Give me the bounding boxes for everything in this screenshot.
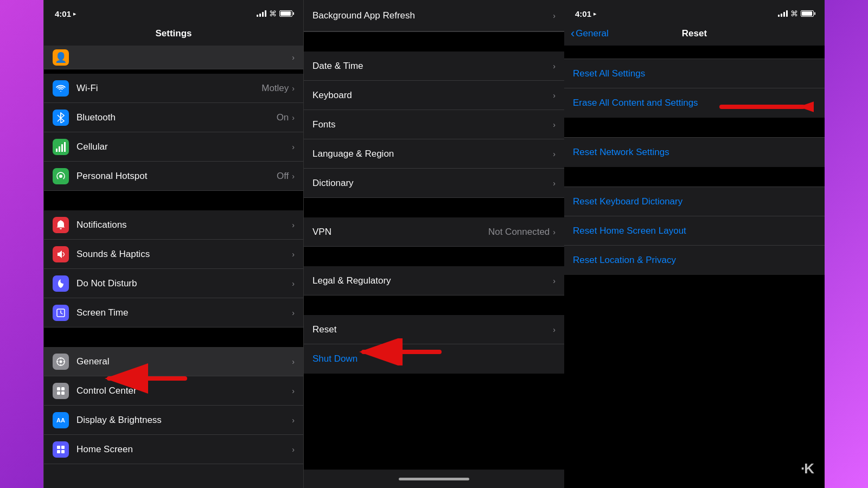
- signal-bar-3c: [783, 12, 785, 17]
- general-label: General: [76, 356, 109, 367]
- vpn-right: Not Connected ›: [488, 227, 556, 237]
- time-container-3: 4:01 ▸: [575, 9, 597, 18]
- screentime-svg: [56, 308, 66, 318]
- bottom-fill: [304, 374, 564, 470]
- notifications-chevron: ›: [292, 221, 295, 229]
- reset-title: Reset: [682, 28, 707, 39]
- divider-p2-1: [304, 32, 564, 52]
- settings-item-reset[interactable]: Reset ›: [304, 315, 564, 344]
- settings-item-display[interactable]: AA Display & Brightness ›: [44, 406, 303, 435]
- settings-item-datetime[interactable]: Date & Time ›: [304, 52, 564, 81]
- reset-list: Reset All Settings Erase All Content and…: [564, 46, 825, 488]
- language-content: Language & Region ›: [312, 149, 556, 159]
- status-bar-1: 4:01 ▸ ⌘: [44, 0, 303, 24]
- settings-item-notifications[interactable]: Notifications ›: [44, 210, 303, 240]
- settings-item-donotdisturb[interactable]: Do Not Disturb ›: [44, 269, 303, 298]
- bluetooth-value: On: [277, 112, 289, 123]
- reset-item-location[interactable]: Reset Location & Privacy: [564, 246, 825, 275]
- section-vpn: VPN Not Connected ›: [304, 217, 564, 247]
- signal-bar-1: [257, 15, 258, 17]
- wifi-icon: [53, 80, 69, 97]
- status-bar-3: 4:01 ▸ ⌘: [564, 0, 825, 24]
- panel-settings: 4:01 ▸ ⌘ Settings 👤 ›: [43, 0, 304, 488]
- battery-3: [801, 10, 814, 17]
- battery-fill-1: [280, 11, 291, 16]
- sounds-label: Sounds & Haptics: [76, 249, 150, 260]
- settings-item-controlcenter[interactable]: Control Center ›: [44, 376, 303, 406]
- hotspot-right: Off ›: [277, 171, 295, 182]
- location-icon-1: ▸: [73, 10, 76, 17]
- reset-item-keyboard[interactable]: Reset Keyboard Dictionary: [564, 187, 825, 216]
- signal-bar-4: [265, 10, 266, 17]
- svg-rect-13: [57, 446, 60, 449]
- panel-reset: 4:01 ▸ ⌘ ‹ General Reset: [564, 0, 825, 488]
- signal-bar-3b: [781, 14, 782, 17]
- fonts-label: Fonts: [312, 119, 336, 130]
- reset-header: ‹ General Reset: [564, 24, 825, 46]
- settings-item-legal[interactable]: Legal & Regulatory ›: [304, 266, 564, 296]
- allsettings-label: Reset All Settings: [573, 68, 645, 79]
- svg-rect-14: [61, 446, 65, 449]
- general-svg: [56, 357, 66, 367]
- hotspot-label: Personal Hotspot: [76, 171, 147, 182]
- reset-item-homescreen[interactable]: Reset Home Screen Layout: [564, 216, 825, 246]
- wifi-right: Motley ›: [261, 83, 295, 94]
- settings-item-backgroundapprefresh[interactable]: Background App Refresh ›: [304, 0, 564, 31]
- bluetooth-label: Bluetooth: [76, 112, 116, 123]
- hotspot-content: Personal Hotspot Off ›: [76, 171, 295, 182]
- wifi-chevron: ›: [292, 84, 295, 93]
- reset-label: Reset: [312, 324, 336, 335]
- settings-item-general[interactable]: General ›: [44, 347, 303, 376]
- sounds-svg: [56, 249, 66, 259]
- settings-list-1: Wi-Fi Motley › Bluetooth: [44, 69, 303, 488]
- settings-header: Settings: [44, 24, 303, 46]
- section-legal: Legal & Regulatory ›: [304, 266, 564, 296]
- sounds-content: Sounds & Haptics ›: [76, 249, 295, 260]
- settings-item-keyboard[interactable]: Keyboard ›: [304, 81, 564, 110]
- cellular-chevron: ›: [292, 143, 295, 151]
- screentime-label: Screen Time: [76, 307, 128, 318]
- keyboard-content: Keyboard ›: [312, 90, 556, 101]
- controlcenter-content: Control Center ›: [76, 386, 295, 396]
- reset-item-allsettings[interactable]: Reset All Settings: [564, 59, 825, 88]
- homescreen-svg: [56, 445, 66, 454]
- screentime-icon: [53, 305, 69, 321]
- settings-item-hotspot[interactable]: Personal Hotspot Off ›: [44, 162, 303, 191]
- settings-item-homescreen[interactable]: Home Screen ›: [44, 435, 303, 464]
- shutdown-label: Shut Down: [312, 354, 358, 364]
- hotspot-value: Off: [277, 171, 289, 182]
- settings-item-bluetooth[interactable]: Bluetooth On ›: [44, 103, 303, 132]
- reset-content: Reset ›: [312, 324, 556, 335]
- reset-section-2: Reset Network Settings: [564, 137, 825, 167]
- settings-item-dictionary[interactable]: Dictionary ›: [304, 169, 564, 198]
- location-icon-3: ▸: [593, 10, 597, 17]
- settings-item-sounds[interactable]: Sounds & Haptics ›: [44, 240, 303, 269]
- signal-bar-3: [262, 12, 264, 17]
- location-reset-content: Reset Location & Privacy: [573, 255, 816, 266]
- back-button[interactable]: ‹ General: [571, 28, 609, 40]
- settings-item-vpn[interactable]: VPN Not Connected ›: [304, 217, 564, 247]
- reset-item-erase[interactable]: Erase All Content and Settings: [564, 88, 825, 118]
- dictionary-content: Dictionary ›: [312, 178, 556, 189]
- settings-item-screentime[interactable]: Screen Time ›: [44, 298, 303, 328]
- settings-item-fonts[interactable]: Fonts ›: [304, 110, 564, 139]
- time-1: 4:01: [55, 9, 71, 18]
- settings-item-language[interactable]: Language & Region ›: [304, 139, 564, 169]
- settings-item-shutdown[interactable]: Shut Down: [304, 344, 564, 374]
- settings-item-wifi[interactable]: Wi-Fi Motley ›: [44, 74, 303, 103]
- language-label: Language & Region: [312, 149, 394, 159]
- reset-item-network[interactable]: Reset Network Settings: [564, 138, 825, 167]
- svg-rect-9: [57, 387, 60, 390]
- svg-rect-11: [57, 391, 60, 395]
- settings-item-cellular[interactable]: Cellular ›: [44, 132, 303, 162]
- keyboard-chevron: ›: [553, 91, 556, 100]
- home-indicator: [399, 478, 469, 480]
- signal-bar-3d: [786, 10, 788, 17]
- controlcenter-icon: [53, 383, 69, 399]
- watermark: ·K: [801, 460, 814, 477]
- bar-chevron: ›: [553, 11, 556, 20]
- dictionary-chevron: ›: [553, 179, 556, 188]
- svg-point-4: [59, 175, 62, 178]
- homescreen-content: Home Screen ›: [76, 444, 295, 455]
- signal-bar-2: [259, 14, 261, 17]
